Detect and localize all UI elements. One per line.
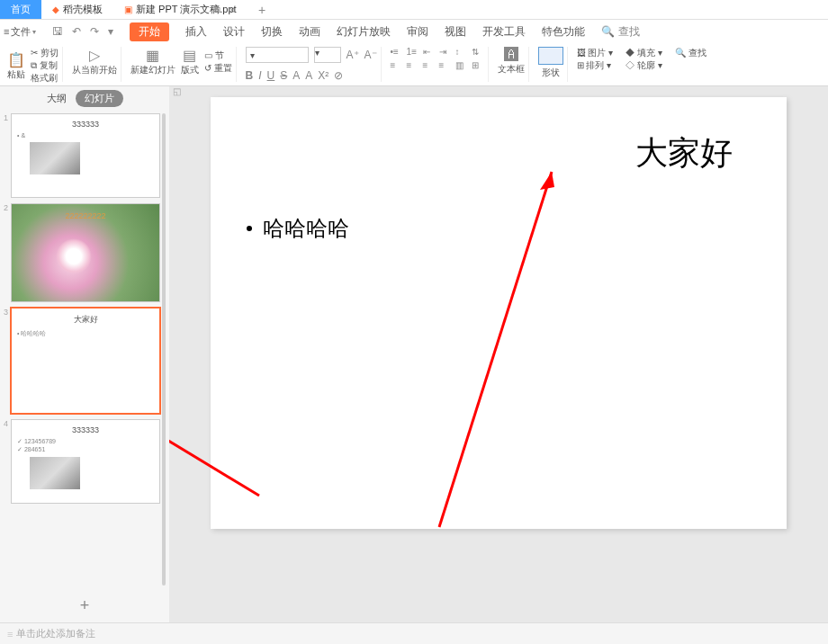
ribbon-search[interactable]: 🔍 查找	[601, 24, 640, 40]
slide-title-text[interactable]: 大家好	[635, 131, 733, 175]
thumb-title: 333333	[17, 425, 154, 434]
ribbon-tab-animation[interactable]: 动画	[299, 24, 320, 40]
slide-body[interactable]: 哈哈哈哈	[247, 214, 751, 243]
format-painter-button[interactable]: 格式刷	[31, 72, 58, 85]
chevron-down-icon: ▾	[32, 28, 36, 36]
underline-button[interactable]: U	[267, 69, 275, 82]
indent-left-icon[interactable]: ⇤	[423, 47, 436, 57]
search-icon: 🔍	[601, 25, 615, 38]
layout-icon[interactable]: ▤	[181, 47, 199, 64]
bullet-icon	[247, 226, 252, 231]
ribbon-tab-transition[interactable]: 切换	[261, 24, 283, 40]
ribbon-tab-insert[interactable]: 插入	[185, 24, 207, 40]
ribbon-tab-start[interactable]: 开始	[130, 22, 169, 41]
group-font: ▾ ▾ A⁺ A⁻ B I U S A A X² ⊘	[242, 47, 382, 82]
clear-format-button[interactable]: ⊘	[334, 69, 343, 82]
indent-right-icon[interactable]: ⇥	[439, 47, 452, 57]
flame-icon: ◆	[52, 4, 59, 14]
slide-thumbnail-2[interactable]: 222222222	[11, 203, 160, 302]
group-picture: 🖼 图片 ▾ ⊞ 排列 ▾	[573, 47, 617, 82]
ribbon-tabs: ≡ 文件 ▾ 🖫 ↶ ↷ ▾ 开始 插入 设计 切换 动画 幻灯片放映 审阅 视…	[0, 20, 828, 43]
slide-panel-tabs: 大纲 幻灯片	[0, 86, 169, 110]
redo-icon[interactable]: ↷	[90, 25, 99, 38]
qat-more-icon[interactable]: ▾	[108, 25, 113, 38]
add-slide-button[interactable]: +	[0, 589, 169, 622]
undo-icon[interactable]: ↶	[72, 25, 81, 38]
slide-bullet-text[interactable]: 哈哈哈哈	[263, 214, 349, 243]
outline-tab[interactable]: 大纲	[47, 92, 67, 105]
thumb-line: • 哈哈哈哈	[17, 329, 154, 338]
tab-home[interactable]: 首页	[0, 0, 41, 19]
slide-thumbnail-3[interactable]: 大家好 • 哈哈哈哈	[11, 308, 160, 414]
notes-bar[interactable]: ≡ 单击此处添加备注	[0, 622, 828, 644]
save-icon[interactable]: 🖫	[52, 25, 63, 38]
reset-button[interactable]: ↺ 重置	[204, 62, 232, 75]
arrange-button[interactable]: ⊞ 排列 ▾	[577, 59, 614, 72]
file-menu-label: 文件	[11, 25, 31, 39]
new-tab-button[interactable]: +	[246, 0, 278, 19]
notes-placeholder[interactable]: 单击此处添加备注	[16, 627, 95, 640]
find-button[interactable]: 🔍 查找	[675, 47, 706, 59]
align-center-icon[interactable]: ≡	[407, 60, 419, 70]
file-menu[interactable]: ≡ 文件 ▾	[4, 25, 36, 39]
fill-button[interactable]: ◆ 填充 ▾	[626, 47, 662, 59]
close-icon[interactable]: ×	[230, 4, 235, 15]
bullet-list-icon[interactable]: •≡	[391, 47, 403, 57]
align-dist-icon[interactable]: ⊞	[472, 60, 484, 70]
decrease-font-button[interactable]: A⁻	[364, 49, 377, 61]
strike-button[interactable]: S	[280, 69, 287, 82]
thumb-number: 1	[4, 113, 9, 198]
thumb-title: 333333	[17, 120, 154, 129]
thumb-number: 4	[4, 419, 9, 504]
thumb-image	[30, 457, 80, 489]
slides-tab[interactable]: 幻灯片	[76, 90, 123, 107]
group-find: 🔍 查找	[671, 47, 710, 82]
font-size-select[interactable]: ▾	[314, 47, 341, 63]
tab-template[interactable]: ◆ 稻壳模板	[41, 0, 113, 19]
text-direction-icon[interactable]: ⇅	[472, 47, 484, 57]
restore-icon[interactable]: ⧉	[213, 4, 220, 15]
ribbon-search-label: 查找	[618, 24, 640, 40]
thumb-title: 222222222	[12, 211, 159, 220]
ribbon-tab-special[interactable]: 特色功能	[542, 24, 585, 40]
superscript-button[interactable]: X²	[318, 69, 328, 82]
thumbnails[interactable]: 1 333333 • & 2 222222222 3	[0, 110, 169, 589]
slide-thumbnail-1[interactable]: 333333 • &	[11, 113, 160, 198]
italic-button[interactable]: I	[258, 69, 261, 82]
copy-button[interactable]: ⧉ 复制	[31, 59, 58, 72]
ruler-origin-icon: ◱	[173, 86, 181, 96]
line-spacing-icon[interactable]: ↕	[455, 47, 468, 57]
bold-button[interactable]: B	[246, 69, 254, 82]
slide-thumbnail-4[interactable]: 333333 ✓ 123456789 ✓ 284651	[11, 419, 160, 504]
shape-gallery[interactable]	[538, 47, 563, 67]
slide-canvas[interactable]: 大家好 哈哈哈哈	[211, 97, 787, 529]
ribbon-toolbar: 📋 粘贴 ✂ 剪切 ⧉ 复制 格式刷 ▷ 从当前开始 ▦ 新建幻灯片 ▤ 版式	[0, 43, 828, 86]
group-textbox: 🅰 文本框	[494, 47, 529, 82]
section-button[interactable]: ▭ 节	[204, 49, 232, 62]
font-color-button[interactable]: A	[292, 69, 300, 82]
ribbon-tab-view[interactable]: 视图	[445, 24, 466, 40]
align-right-icon[interactable]: ≡	[423, 60, 436, 70]
tab-document[interactable]: ▣ 新建 PPT 演示文稿.ppt ⧉ ×	[113, 0, 246, 19]
cut-button[interactable]: ✂ 剪切	[31, 47, 58, 59]
highlight-button[interactable]: A	[305, 69, 312, 82]
number-list-icon[interactable]: 1≡	[407, 47, 419, 57]
columns-icon[interactable]: ▥	[455, 60, 468, 70]
align-justify-icon[interactable]: ≡	[439, 60, 452, 70]
canvas-area[interactable]: ◱ 大家好 哈哈哈哈	[169, 86, 828, 622]
align-left-icon[interactable]: ≡	[391, 60, 403, 70]
ribbon-tab-review[interactable]: 审阅	[407, 24, 428, 40]
ribbon-tab-dev[interactable]: 开发工具	[482, 24, 526, 40]
textbox-icon[interactable]: 🅰	[498, 47, 525, 63]
paste-icon[interactable]: 📋	[7, 51, 25, 68]
new-slide-icon[interactable]: ▦	[130, 47, 176, 64]
picture-button[interactable]: 🖼 图片 ▾	[577, 47, 614, 59]
ribbon-tab-design[interactable]: 设计	[223, 24, 245, 40]
outline-button[interactable]: ◇ 轮廓 ▾	[626, 59, 662, 72]
ribbon-tab-slideshow[interactable]: 幻灯片放映	[337, 24, 391, 40]
group-style: ◆ 填充 ▾ ◇ 轮廓 ▾	[622, 47, 666, 82]
increase-font-button[interactable]: A⁺	[346, 49, 359, 61]
workspace: 大纲 幻灯片 1 333333 • & 2 222222222	[0, 86, 828, 622]
font-family-select[interactable]: ▾	[246, 47, 309, 63]
play-icon[interactable]: ▷	[72, 47, 117, 64]
